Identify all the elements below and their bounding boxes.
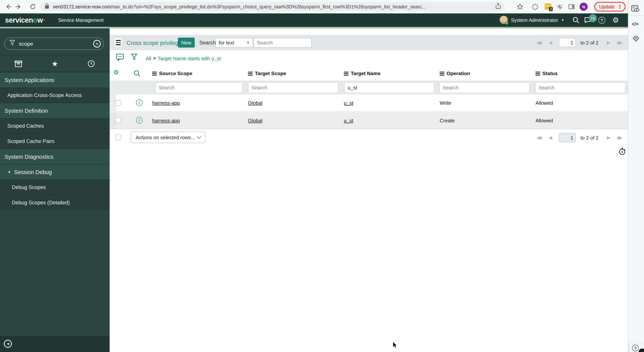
sidebar-section-system-definition[interactable]: System Definition xyxy=(0,103,110,118)
comments-icon[interactable] xyxy=(116,54,124,63)
navigator-search-input[interactable] xyxy=(18,40,83,47)
info-icon[interactable]: i xyxy=(136,99,142,106)
filter-target-name-input[interactable] xyxy=(344,82,434,93)
list-context-menu-icon[interactable] xyxy=(114,38,122,48)
bookmark-star-icon[interactable] xyxy=(516,3,524,10)
sidebar-section-system-applications[interactable]: System Applications xyxy=(0,72,110,88)
row-checkbox[interactable] xyxy=(116,100,121,106)
browser-menu-kebab-icon[interactable]: ⋮ xyxy=(617,4,622,10)
previous-page-icon[interactable]: ◀ xyxy=(548,135,552,140)
column-header-target-scope[interactable]: Target Scope xyxy=(248,66,286,80)
column-header-operation[interactable]: Operation xyxy=(440,66,470,80)
sidebar-item-scoped-cache-pairs[interactable]: Scoped Cache Pairs xyxy=(0,134,110,149)
share-icon[interactable] xyxy=(496,3,501,10)
sidebar-item-application-cross-scope-access[interactable]: Application Cross-Scope Access xyxy=(0,88,110,103)
cell-target-scope[interactable]: Global xyxy=(248,112,262,129)
global-search-icon[interactable] xyxy=(571,14,580,27)
address-bar[interactable]: ven03172.service-now.com/nav_to.do?uri=%… xyxy=(40,2,504,12)
sidebar-item-debug-scopes[interactable]: Debug Scopes xyxy=(0,180,110,195)
page-number-input[interactable] xyxy=(559,133,576,142)
clear-search-icon[interactable]: ✕ xyxy=(93,40,101,48)
column-header-target-name[interactable]: Target Name xyxy=(344,66,381,80)
update-button[interactable]: Update ⋮ xyxy=(594,2,626,12)
list-search-input[interactable] xyxy=(254,38,312,47)
product-title: Service Management xyxy=(58,14,104,27)
navigator-tabs: ★ xyxy=(0,56,110,72)
cell-target-name[interactable]: u_st xyxy=(344,112,353,129)
search-type-select[interactable]: for text▼ xyxy=(216,38,253,47)
user-avatar[interactable] xyxy=(500,16,508,24)
sidebar-item-scoped-caches[interactable]: Scoped Caches xyxy=(0,118,110,134)
browser-back-icon[interactable] xyxy=(4,3,12,10)
help-strip-icon[interactable]: ? xyxy=(632,345,639,351)
filter-status-input[interactable] xyxy=(535,82,626,93)
reader-view-icon[interactable] xyxy=(631,5,640,13)
breadcrumb-all-link[interactable]: All xyxy=(146,56,151,61)
breadcrumb-row: All > Target Name starts with u_st xyxy=(110,50,628,66)
breadcrumb-filter-link[interactable]: Target Name starts with u_st xyxy=(158,56,221,61)
browser-toolbar: ven03172.service-now.com/nav_to.do?uri=%… xyxy=(0,0,644,14)
navigator-footer: ◀ xyxy=(0,336,110,352)
new-button[interactable]: New xyxy=(178,38,195,48)
sidebar-item-debug-scopes-detailed[interactable]: Debug Scopes (Detailed) xyxy=(0,195,110,210)
tab-history[interactable] xyxy=(73,56,110,71)
help-icon[interactable]: ? xyxy=(597,14,606,27)
lightbulb-extension-icon[interactable] xyxy=(631,34,640,44)
column-header-source-scope[interactable]: Source Scope xyxy=(152,66,192,80)
collapse-triangle-icon: ▼ xyxy=(8,170,11,174)
breadcrumb-filter-icon[interactable] xyxy=(131,54,137,63)
next-page-icon[interactable]: ▶ xyxy=(607,40,610,45)
cell-target-name[interactable]: u_st xyxy=(344,94,353,111)
password-extension-icon[interactable]: 3 xyxy=(545,4,551,10)
column-header-status[interactable]: Status xyxy=(536,66,558,80)
breadcrumb: All > Target Name starts with u_st xyxy=(146,50,221,66)
page-number-input[interactable] xyxy=(559,38,576,47)
chevron-down-icon xyxy=(197,134,201,139)
first-page-icon[interactable]: ◀◀ xyxy=(536,40,540,45)
list-settings-gear-icon[interactable]: ⚙ xyxy=(114,70,119,76)
user-menu[interactable]: System Administrator ▼ xyxy=(511,14,564,27)
cell-source-scope[interactable]: harness-app xyxy=(152,112,180,129)
tab-all-applications[interactable] xyxy=(0,56,36,71)
code-panel-icon[interactable]: </> xyxy=(632,22,639,27)
select-all-checkbox[interactable] xyxy=(116,134,121,140)
sidebar-section-system-diagnostics[interactable]: System Diagnostics xyxy=(0,149,110,164)
collapse-navigator-button[interactable]: ◀ xyxy=(4,340,12,348)
previous-page-icon[interactable]: ◀ xyxy=(548,40,552,45)
header-accent-line xyxy=(0,27,628,28)
navigator-search[interactable]: ✕ xyxy=(4,38,104,50)
filter-operation-input[interactable] xyxy=(439,82,530,93)
notification-count-badge: 75 xyxy=(589,14,597,22)
extension-dots xyxy=(546,5,550,6)
next-page-icon[interactable]: ▶ xyxy=(607,135,610,140)
cell-target-scope[interactable]: Global xyxy=(248,94,262,111)
chevron-down-icon: ▼ xyxy=(561,18,564,22)
last-page-icon[interactable]: ▶▶ xyxy=(617,40,620,45)
settings-gear-icon[interactable]: ⚙ xyxy=(611,14,620,27)
url-text: ven03172.service-now.com/nav_to.do?uri=%… xyxy=(53,4,426,10)
column-search-toggle-icon[interactable] xyxy=(134,70,141,78)
browser-profile-avatar[interactable]: N xyxy=(580,3,588,11)
list-pane: Cross scope privileges New Search for te… xyxy=(110,28,628,352)
spinner-extension-icon[interactable] xyxy=(531,3,538,10)
cell-source-scope[interactable]: harness-app xyxy=(152,94,180,111)
last-page-icon[interactable]: ▶▶ xyxy=(617,135,620,140)
sidebar-subsection-session-debug[interactable]: ▼ Session Debug xyxy=(0,164,110,180)
response-time-icon[interactable] xyxy=(619,148,626,156)
side-panel-icon[interactable] xyxy=(568,3,575,10)
list-title[interactable]: Cross scope privileges xyxy=(126,35,184,50)
first-page-icon[interactable]: ◀◀ xyxy=(536,135,540,140)
tab-favorites[interactable]: ★ xyxy=(36,56,73,71)
filter-source-scope-input[interactable] xyxy=(155,82,243,93)
browser-reload-icon[interactable] xyxy=(29,3,36,10)
extensions-puzzle-icon[interactable] xyxy=(556,3,564,10)
pagination-top: ◀◀ ◀ to 2 of 2 ▶ ▶▶ xyxy=(536,35,622,50)
actions-select[interactable]: Actions on selected rows... xyxy=(131,132,206,143)
browser-forward-icon[interactable] xyxy=(15,3,22,10)
info-icon[interactable]: i xyxy=(136,117,142,124)
cell-operation: Create xyxy=(440,112,455,129)
application-navigator: ✕ ★ System Applications Application Cros… xyxy=(0,28,110,352)
row-checkbox[interactable] xyxy=(116,117,121,123)
filter-target-scope-input[interactable] xyxy=(248,82,338,93)
update-label: Update xyxy=(599,4,615,10)
